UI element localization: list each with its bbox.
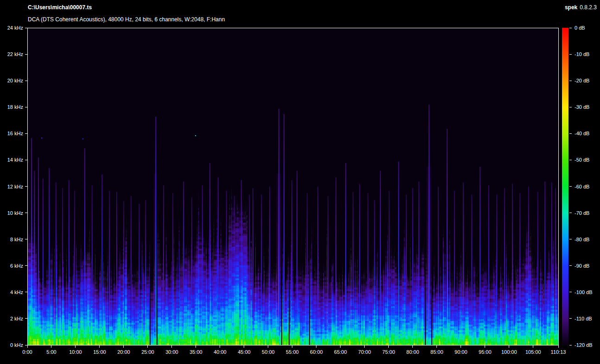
db-tick-label: -40 dB bbox=[575, 130, 589, 137]
freq-tick bbox=[25, 265, 27, 266]
time-tick-label: 65:00 bbox=[328, 349, 354, 355]
time-tick-label: 105:00 bbox=[520, 349, 546, 355]
time-tick bbox=[147, 345, 148, 348]
time-tick bbox=[316, 345, 316, 348]
time-tick bbox=[268, 345, 268, 348]
time-tick bbox=[461, 345, 461, 348]
db-tick bbox=[569, 160, 572, 160]
freq-tick-label: 0 kHz bbox=[0, 342, 23, 348]
db-tick bbox=[569, 213, 572, 213]
freq-tick bbox=[25, 160, 27, 160]
freq-tick bbox=[25, 213, 27, 213]
db-tick bbox=[569, 28, 572, 28]
time-tick bbox=[292, 345, 292, 348]
time-tick-label: 35:00 bbox=[183, 349, 209, 355]
db-tick bbox=[569, 186, 572, 187]
db-tick bbox=[569, 133, 572, 134]
freq-tick-label: 20 kHz bbox=[0, 77, 23, 84]
time-tick bbox=[51, 345, 51, 348]
freq-tick-label: 6 kHz bbox=[0, 263, 23, 269]
db-tick bbox=[569, 318, 572, 319]
app-version: 0.8.2.3 bbox=[580, 4, 597, 11]
time-tick-label: 55:00 bbox=[279, 349, 305, 355]
db-tick bbox=[569, 345, 572, 345]
time-tick bbox=[171, 345, 172, 348]
time-tick bbox=[220, 345, 220, 348]
time-tick bbox=[509, 345, 509, 348]
time-tick-label: 50:00 bbox=[255, 349, 281, 355]
time-tick bbox=[558, 345, 559, 348]
db-tick-label: -50 dB bbox=[575, 157, 589, 163]
freq-tick bbox=[25, 28, 27, 28]
time-tick-label: 60:00 bbox=[303, 349, 329, 355]
db-tick-label: -90 dB bbox=[575, 263, 589, 269]
db-tick bbox=[569, 292, 572, 292]
time-tick-label: 15:00 bbox=[87, 349, 113, 355]
time-tick bbox=[27, 345, 28, 348]
time-tick-label: 10:00 bbox=[63, 349, 88, 355]
db-tick-label: -70 dB bbox=[575, 210, 589, 216]
db-tick-label: -80 dB bbox=[575, 236, 589, 243]
spek-window: { "header": { "file_path": "C:\\Users\\m… bbox=[0, 0, 600, 364]
time-tick-label: 85:00 bbox=[424, 349, 450, 355]
time-tick-label: 95:00 bbox=[472, 349, 498, 355]
file-path: C:\Users\micha\00007.ts bbox=[28, 4, 92, 11]
time-tick-label: 90:00 bbox=[448, 349, 474, 355]
freq-tick-label: 2 kHz bbox=[0, 315, 23, 322]
db-tick-label: -20 dB bbox=[575, 77, 589, 84]
time-tick-label: 40:00 bbox=[207, 349, 233, 355]
time-tick-label: 80:00 bbox=[400, 349, 426, 355]
db-tick-label: -120 dB bbox=[575, 342, 593, 348]
freq-tick bbox=[25, 107, 27, 107]
freq-tick-label: 22 kHz bbox=[0, 51, 23, 57]
time-tick-label: 110:13 bbox=[545, 349, 571, 355]
db-tick bbox=[569, 54, 572, 55]
time-tick-label: 30:00 bbox=[159, 349, 185, 355]
db-tick-label: 0 dB bbox=[575, 25, 585, 31]
time-tick bbox=[123, 345, 124, 348]
legend-gradient-bar bbox=[562, 28, 568, 345]
freq-tick bbox=[25, 186, 27, 187]
time-tick bbox=[75, 345, 76, 348]
freq-tick-label: 24 kHz bbox=[0, 25, 23, 31]
time-tick-label: 70:00 bbox=[352, 349, 378, 355]
time-tick bbox=[533, 345, 533, 348]
time-tick bbox=[196, 345, 196, 348]
freq-tick bbox=[25, 81, 27, 81]
time-tick-label: 20:00 bbox=[111, 349, 137, 355]
time-tick-label: 45:00 bbox=[231, 349, 257, 355]
freq-tick-label: 12 kHz bbox=[0, 183, 23, 190]
freq-tick-label: 10 kHz bbox=[0, 210, 23, 216]
db-tick-label: -10 dB bbox=[575, 51, 589, 57]
time-tick bbox=[485, 345, 485, 348]
time-tick-label: 25:00 bbox=[135, 349, 161, 355]
stream-info: DCA (DTS Coherent Acoustics), 48000 Hz, … bbox=[28, 16, 225, 23]
time-tick bbox=[388, 345, 389, 348]
time-tick bbox=[244, 345, 244, 348]
freq-tick-label: 18 kHz bbox=[0, 104, 23, 110]
time-tick bbox=[99, 345, 100, 348]
time-tick-label: 75:00 bbox=[376, 349, 402, 355]
freq-tick-label: 4 kHz bbox=[0, 289, 23, 295]
freq-tick bbox=[25, 54, 27, 55]
freq-tick bbox=[25, 239, 27, 239]
freq-tick-label: 16 kHz bbox=[0, 130, 23, 137]
time-tick bbox=[364, 345, 365, 348]
freq-tick bbox=[25, 133, 27, 134]
db-tick-label: -30 dB bbox=[575, 104, 589, 110]
time-tick bbox=[412, 345, 413, 348]
app-name: spek bbox=[565, 4, 577, 11]
db-tick bbox=[569, 239, 572, 239]
db-tick bbox=[569, 81, 572, 81]
app-badge: spek0.8.2.3 bbox=[565, 4, 597, 11]
db-tick-label: -60 dB bbox=[575, 183, 589, 190]
freq-tick-label: 8 kHz bbox=[0, 236, 23, 243]
spectrogram-canvas bbox=[28, 28, 558, 345]
freq-tick bbox=[25, 292, 27, 292]
time-tick-label: 100:00 bbox=[496, 349, 522, 355]
db-tick bbox=[569, 265, 572, 266]
db-tick-label: -110 dB bbox=[575, 315, 592, 322]
time-tick-label: 5:00 bbox=[38, 349, 64, 355]
db-tick-label: -100 dB bbox=[575, 289, 593, 295]
freq-tick bbox=[25, 318, 27, 319]
